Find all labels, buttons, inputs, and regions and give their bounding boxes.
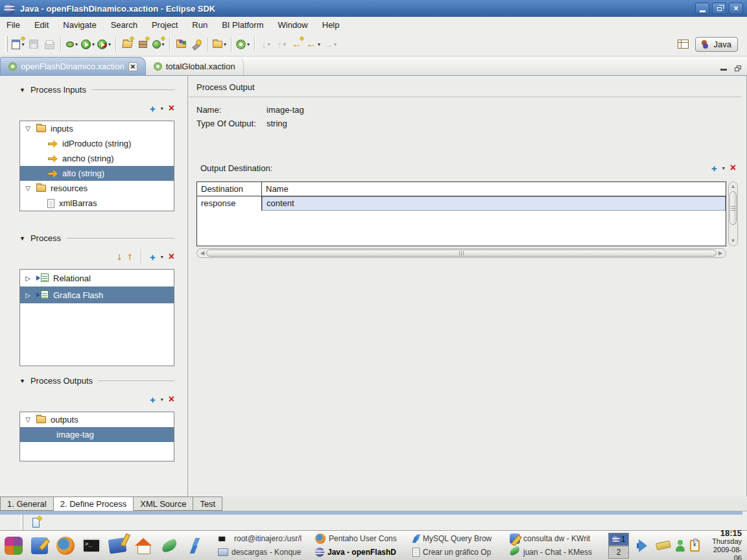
column-header-destination[interactable]: Destination	[197, 182, 262, 196]
move-up-button[interactable]: ↑	[127, 251, 132, 262]
horizontal-scrollbar-thumb[interactable]	[206, 250, 717, 257]
tree-item-resources-folder[interactable]: ▽ resources	[20, 181, 174, 196]
dropdown-icon[interactable]: ▾	[247, 41, 250, 47]
search-button[interactable]	[189, 35, 204, 53]
twistie-expanded-icon[interactable]: ▽	[24, 125, 32, 132]
last-edit-location-button[interactable]: ←	[289, 35, 305, 53]
process-header[interactable]: ▼ Process	[19, 233, 174, 243]
dropdown-icon[interactable]: ▾	[283, 41, 286, 47]
kmess-launcher[interactable]	[158, 534, 180, 557]
add-dropdown-icon[interactable]: ▾	[161, 106, 163, 111]
section-collapse-icon[interactable]: ▼	[19, 235, 25, 242]
tab-openflashdinamico[interactable]: openFlashDinamico.xaction ×	[0, 57, 146, 75]
move-down-button[interactable]: ↓	[117, 251, 122, 262]
delete-input-button[interactable]: ×	[169, 103, 174, 113]
klipper-clipboard-icon[interactable]: k	[690, 540, 700, 552]
tab-close-icon[interactable]: ×	[128, 62, 137, 71]
open-type-button[interactable]	[173, 35, 189, 53]
dropdown-icon[interactable]: ▾	[162, 41, 165, 47]
vertical-scrollbar-thumb[interactable]	[729, 191, 737, 225]
add-dropdown-icon[interactable]: ▾	[161, 254, 163, 260]
twistie-collapsed-icon[interactable]: ▷	[24, 275, 32, 282]
tab-define-process[interactable]: 2. Define Process	[54, 496, 134, 511]
delete-output-button[interactable]: ×	[169, 394, 174, 404]
add-dropdown-icon[interactable]: ▾	[722, 165, 725, 171]
menu-navigate[interactable]: Navigate	[63, 20, 96, 30]
destination-cell[interactable]: response	[197, 196, 262, 211]
mysql-query-browser-launcher[interactable]	[184, 534, 206, 557]
twistie-collapsed-icon[interactable]: ▷	[24, 292, 32, 299]
tab-xml-source[interactable]: XML Source	[134, 496, 193, 511]
open-perspective-button[interactable]	[678, 40, 689, 49]
task-eclipse-active[interactable]: Java - openFlashD	[313, 546, 410, 559]
tab-totalglobal[interactable]: totalGlobal.xaction	[146, 57, 244, 75]
kwrite-launcher[interactable]	[29, 534, 51, 557]
dropdown-icon[interactable]: ▾	[318, 41, 320, 47]
clock-applet[interactable]: 18:15 Thursday 2009-08-06	[706, 529, 744, 560]
tree-item-xmlbarras[interactable]: xmlBarras	[20, 196, 174, 211]
twistie-expanded-icon[interactable]: ▽	[24, 185, 32, 192]
new-java-package-button[interactable]	[135, 35, 150, 53]
add-output-button[interactable]: +	[150, 395, 156, 404]
scroll-down-icon[interactable]: ▼	[731, 237, 736, 246]
tree-item-ancho[interactable]: ancho (string)	[20, 151, 174, 166]
app-menu-launcher[interactable]	[3, 534, 25, 557]
vertical-scrollbar[interactable]: ▲ ▼	[728, 181, 738, 246]
firefox-launcher[interactable]	[54, 534, 77, 557]
tree-item-relational[interactable]: ▷ Relational	[20, 270, 174, 286]
tree-item-idproducto[interactable]: idProducto (string)	[20, 136, 174, 151]
dropdown-icon[interactable]: ▾	[75, 41, 78, 47]
save-button[interactable]	[26, 35, 42, 53]
name-cell-selected[interactable]: content	[262, 196, 726, 211]
new-java-project-button[interactable]	[119, 35, 135, 53]
home-folder-launcher[interactable]	[132, 534, 154, 557]
task-crear-grafico[interactable]: Crear un gráfico Op	[410, 546, 507, 559]
delete-action-button[interactable]: ×	[169, 251, 174, 262]
tree-item-grafica-flash-selected[interactable]: ▷ Grafica Flash	[20, 286, 174, 303]
menu-project[interactable]: Project	[152, 20, 178, 30]
keyboard-layout-icon[interactable]	[656, 541, 671, 550]
toolbar-drag-handle[interactable]	[5, 36, 8, 52]
view-maximize-icon[interactable]	[735, 67, 739, 71]
scroll-left-icon[interactable]: ◀	[198, 250, 206, 256]
new-java-class-button[interactable]: ▾	[150, 35, 166, 53]
add-action-button[interactable]: +	[150, 252, 156, 262]
task-kmess-chat[interactable]: juan - Chat - KMess	[507, 546, 604, 559]
task-mysql-query-browser[interactable]: MySQL Query Brow	[410, 532, 507, 546]
run-external-tools-button[interactable]: ▾	[96, 35, 112, 53]
menu-run[interactable]: Run	[192, 20, 208, 30]
task-firefox-pentaho[interactable]: Pentaho User Cons	[313, 532, 410, 546]
section-collapse-icon[interactable]: ▼	[19, 378, 25, 384]
horizontal-scrollbar[interactable]: ◀ ▶	[196, 248, 726, 258]
tree-item-alto-selected[interactable]: alto (string)	[20, 166, 174, 181]
dropdown-icon[interactable]: ▾	[92, 41, 95, 47]
run-xaction-button[interactable]: ▾	[235, 35, 251, 53]
close-button[interactable]: ×	[729, 3, 743, 14]
print-button[interactable]	[42, 35, 57, 53]
konsole-launcher[interactable]: >_	[80, 534, 102, 557]
menu-search[interactable]: Search	[111, 20, 137, 30]
scroll-up-icon[interactable]: ▲	[731, 182, 736, 191]
open-resource-button[interactable]: ▾	[211, 35, 228, 53]
menu-file[interactable]: File	[6, 20, 20, 30]
delete-destination-button[interactable]: ×	[730, 163, 736, 173]
java-perspective-button[interactable]: Java	[695, 37, 738, 52]
section-collapse-icon[interactable]: ▼	[19, 87, 25, 93]
new-wizard-button[interactable]: ▾	[10, 35, 26, 53]
show-desktop-launcher[interactable]	[106, 534, 128, 557]
debug-button[interactable]: ▾	[64, 35, 80, 53]
run-button[interactable]: ▾	[80, 35, 96, 53]
process-outputs-header[interactable]: ▼ Process Outputs	[19, 376, 174, 386]
view-minimize-icon[interactable]	[720, 69, 727, 71]
add-input-button[interactable]: +	[150, 104, 156, 113]
menu-bi-platform[interactable]: BI Platform	[222, 20, 263, 30]
volume-speaker-icon[interactable]	[637, 539, 651, 552]
minimize-button[interactable]	[695, 3, 709, 14]
scroll-right-icon[interactable]: ▶	[717, 250, 724, 256]
tab-test[interactable]: Test	[193, 496, 222, 511]
next-annotation-button[interactable]: ↓▾	[258, 35, 274, 53]
add-dropdown-icon[interactable]: ▾	[161, 397, 163, 402]
restore-button[interactable]	[712, 3, 726, 14]
tree-item-outputs-folder[interactable]: ▽ outputs	[20, 412, 174, 427]
pager-desktop-1[interactable]: 1	[608, 533, 629, 546]
